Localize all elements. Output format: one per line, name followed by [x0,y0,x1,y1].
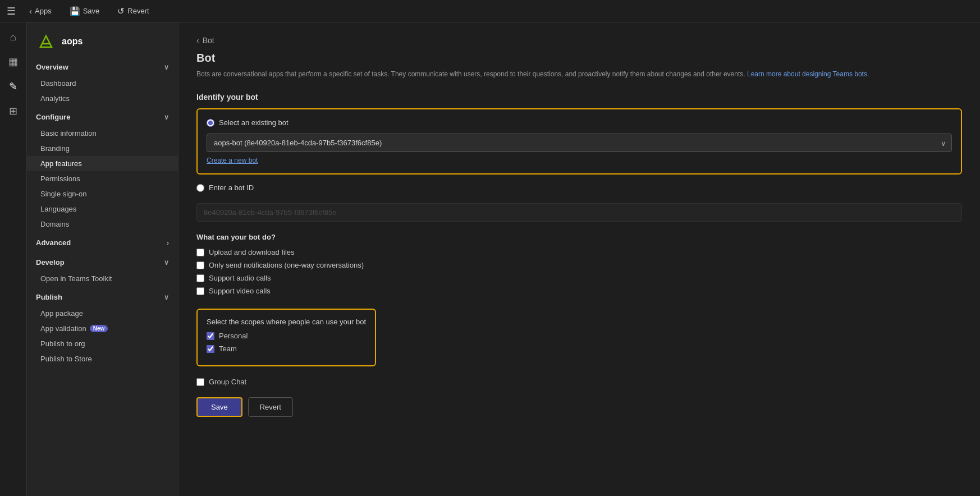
sidebar-item-open-in-teams-toolkit[interactable]: Open in Teams Toolkit [27,271,178,286]
capability-notifications-checkbox[interactable] [196,261,204,269]
back-label: Apps [35,7,52,15]
scope-personal-label: Personal [219,332,248,340]
page-description-text: Bots are conversational apps that perfor… [196,70,747,78]
sidebar-item-publish-to-org[interactable]: Publish to org [27,336,178,351]
overview-section-label: Overview [36,63,68,71]
save-button-topbar[interactable]: 💾 Save [65,4,104,19]
capability-audio-checkbox[interactable] [196,274,204,282]
identify-section-title: Identify your bot [196,93,962,102]
home-activity-icon[interactable]: ⌂ [3,27,24,47]
scope-personal-row: Personal [207,332,366,340]
sidebar-item-analytics[interactable]: Analytics [27,91,178,106]
svg-marker-0 [40,36,52,47]
configure-chevron-icon: ∨ [164,113,169,121]
sidebar-item-permissions[interactable]: Permissions [27,171,178,186]
revert-label-topbar: Revert [127,7,149,15]
enter-bot-id-radio[interactable] [196,184,204,192]
overview-chevron-icon: ∨ [164,63,169,71]
publish-section-label: Publish [36,293,62,301]
sidebar-item-single-sign-on[interactable]: Single sign-on [27,186,178,201]
apps-activity-icon[interactable]: ⊞ [3,101,24,121]
sidebar-item-app-features[interactable]: App features [27,156,178,171]
sidebar-section-overview: Overview ∨ Dashboard Analytics [27,58,178,106]
back-link[interactable]: ‹ Bot [196,36,962,45]
topbar: ☰ ‹ Apps 💾 Save ↺ Revert [0,0,980,22]
page-description: Bots are conversational apps that perfor… [196,69,962,79]
app-logo [36,31,56,52]
sidebar-item-publish-to-store[interactable]: Publish to Store [27,351,178,366]
app-header: aops [27,22,178,58]
develop-chevron-icon: ∨ [164,259,169,267]
app-package-label: App package [40,309,83,318]
new-badge: New [90,325,108,332]
save-icon: 💾 [70,6,80,16]
sidebar-section-advanced-header[interactable]: Advanced › [27,234,178,251]
sidebar-item-app-validation[interactable]: App validation New [27,321,178,336]
what-can-bot-do-title: What can your bot do? [196,233,962,241]
languages-label: Languages [40,205,76,213]
sidebar-section-develop-header[interactable]: Develop ∨ [27,254,178,271]
capability-upload-row: Upload and download files [196,248,962,256]
sidebar-section-overview-header[interactable]: Overview ∨ [27,58,178,76]
scope-group-chat-checkbox[interactable] [196,378,204,386]
analytics-label: Analytics [40,94,70,103]
page-title: Bot [196,52,962,65]
sidebar-section-develop: Develop ∨ Open in Teams Toolkit [27,254,178,286]
app-name: aops [62,36,83,47]
revert-button[interactable]: Revert [248,397,293,417]
scope-personal-checkbox[interactable] [207,332,214,340]
sidebar-section-advanced: Advanced › [27,234,178,251]
select-existing-bot-radio[interactable] [207,119,214,127]
revert-icon: ↺ [117,6,125,16]
sidebar-item-app-package[interactable]: App package [27,306,178,321]
sidebar-item-domains[interactable]: Domains [27,217,178,232]
scope-team-checkbox[interactable] [207,345,214,353]
content-area: ‹ Bot Bot Bots are conversational apps t… [178,22,980,496]
scope-team-label: Team [219,345,237,353]
configure-section-label: Configure [36,113,70,121]
capability-audio-label: Support audio calls [209,274,271,282]
save-button[interactable]: Save [196,397,242,417]
branding-label: Branding [40,144,70,153]
calendar-activity-icon[interactable]: ▦ [3,52,24,72]
select-existing-bot-label[interactable]: Select an existing bot [219,118,288,127]
develop-section-label: Develop [36,258,65,267]
capability-video-checkbox[interactable] [196,287,204,295]
enter-bot-id-label[interactable]: Enter a bot ID [209,183,254,192]
main-layout: ⌂ ▦ ✎ ⊞ aops Overview ∨ Dashboard [0,22,980,496]
advanced-chevron-icon: › [167,239,169,247]
app-validation-label: App validation [40,324,86,333]
sidebar-item-branding[interactable]: Branding [27,141,178,156]
app-features-label: App features [40,159,82,168]
dashboard-label: Dashboard [40,79,76,88]
bot-dropdown[interactable]: aops-bot (8e40920a-81eb-4cda-97b5-f3673f… [207,134,952,152]
sidebar-section-publish: Publish ∨ App package App validation New… [27,288,178,366]
scope-group-chat-label: Group Chat [209,378,246,386]
menu-icon[interactable]: ☰ [7,5,16,17]
edit-activity-icon[interactable]: ✎ [3,76,24,97]
create-new-bot-link[interactable]: Create a new bot [207,157,258,164]
publish-chevron-icon: ∨ [164,293,169,301]
capability-upload-checkbox[interactable] [196,249,204,256]
capability-notifications-row: Only send notifications (one-way convers… [196,261,962,269]
sidebar-item-basic-information[interactable]: Basic information [27,126,178,141]
sidebar-section-publish-header[interactable]: Publish ∨ [27,288,178,306]
enter-bot-id-section: Enter a bot ID [196,183,962,222]
publish-to-store-label: Publish to Store [40,355,92,363]
back-to-apps-button[interactable]: ‹ Apps [25,4,56,18]
sidebar-section-configure-header[interactable]: Configure ∨ [27,108,178,126]
capability-notifications-label: Only send notifications (one-way convers… [209,261,364,269]
scopes-title: Select the scopes where people can use y… [207,318,366,326]
sidebar-item-dashboard[interactable]: Dashboard [27,76,178,91]
scopes-box: Select the scopes where people can use y… [196,309,376,366]
learn-more-link[interactable]: Learn more about designing Teams bots. [747,70,869,78]
open-in-teams-toolkit-label: Open in Teams Toolkit [40,274,112,283]
single-sign-on-label: Single sign-on [40,190,86,198]
revert-button-topbar[interactable]: ↺ Revert [113,4,153,19]
capability-audio-row: Support audio calls [196,274,962,282]
domains-label: Domains [40,220,69,228]
activity-bar: ⌂ ▦ ✎ ⊞ [0,22,27,496]
identify-bot-box: Select an existing bot aops-bot (8e40920… [196,108,962,174]
sidebar-item-languages[interactable]: Languages [27,201,178,217]
bot-id-input[interactable] [196,203,962,222]
